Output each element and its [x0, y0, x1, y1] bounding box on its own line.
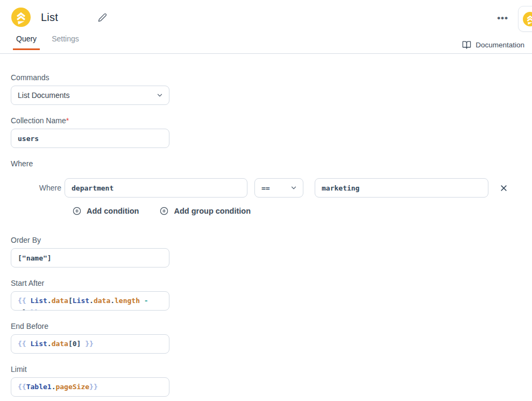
where-operator-select[interactable]: == [254, 178, 303, 198]
query-editor-header: List ••• [0, 0, 532, 34]
where-condition-row: Where == [37, 178, 521, 198]
datasource-logo-small-icon [523, 12, 532, 26]
add-condition-button[interactable]: Add condition [73, 207, 139, 215]
start-after-code-input[interactable]: {{ List.data[List.data.length -1] }} [11, 291, 169, 311]
tab-query[interactable]: Query [16, 34, 37, 50]
end-before-code-input[interactable]: {{ List.data[0] }} [11, 334, 169, 354]
required-asterisk: * [66, 116, 69, 125]
more-options-icon: ••• [497, 13, 508, 23]
datasource-switcher-button[interactable] [518, 6, 532, 32]
collection-name-label: Collection Name* [11, 116, 521, 125]
add-group-condition-label: Add group condition [174, 207, 251, 215]
order-by-input[interactable] [11, 248, 169, 268]
query-form: Commands List Documents Collection Name*… [0, 54, 532, 397]
documentation-link[interactable]: Documentation [462, 40, 524, 50]
chevron-down-icon [156, 92, 164, 99]
documentation-label: Documentation [476, 41, 524, 49]
limit-label: Limit [11, 365, 521, 374]
where-section: Where Where == Add conditio [11, 159, 521, 215]
collection-name-input[interactable] [11, 129, 169, 148]
add-group-condition-button[interactable]: Add group condition [160, 207, 251, 215]
add-condition-row: Add condition Add group condition [73, 207, 521, 215]
pencil-icon [98, 13, 107, 22]
where-section-label: Where [11, 159, 521, 168]
query-title: List [41, 11, 58, 24]
end-before-label: End Before [11, 322, 521, 330]
commands-select[interactable]: List Documents [11, 86, 169, 105]
collection-name-label-text: Collection Name [11, 116, 66, 125]
close-icon [500, 184, 508, 192]
remove-condition-button[interactable] [500, 184, 508, 192]
more-options-button[interactable]: ••• [497, 13, 508, 24]
add-condition-label: Add condition [87, 207, 139, 215]
edit-name-button[interactable] [98, 13, 107, 22]
tab-bar: Query Settings Documentation [0, 34, 532, 54]
where-row-label: Where [37, 184, 61, 192]
commands-selected-value: List Documents [18, 91, 69, 100]
datasource-logo-icon [11, 8, 31, 27]
plus-circle-icon [73, 207, 81, 215]
order-by-field: Order By [11, 236, 521, 268]
limit-field: Limit {{Table1.pageSize}} [11, 365, 521, 397]
where-value-input[interactable] [315, 178, 488, 198]
start-after-field: Start After {{ List.data[List.data.lengt… [11, 279, 521, 311]
start-after-label: Start After [11, 279, 521, 287]
end-before-field: End Before {{ List.data[0] }} [11, 322, 521, 354]
book-icon [462, 40, 471, 50]
collection-name-field: Collection Name* [11, 116, 521, 148]
order-by-label: Order By [11, 236, 521, 244]
where-operator-value: == [261, 184, 270, 192]
chevron-down-icon [290, 184, 297, 192]
commands-field: Commands List Documents [11, 73, 521, 105]
where-field-input[interactable] [65, 178, 247, 198]
commands-label: Commands [11, 73, 521, 82]
tab-settings[interactable]: Settings [52, 34, 79, 50]
plus-circle-icon [160, 207, 168, 215]
limit-code-input[interactable]: {{Table1.pageSize}} [11, 377, 169, 397]
